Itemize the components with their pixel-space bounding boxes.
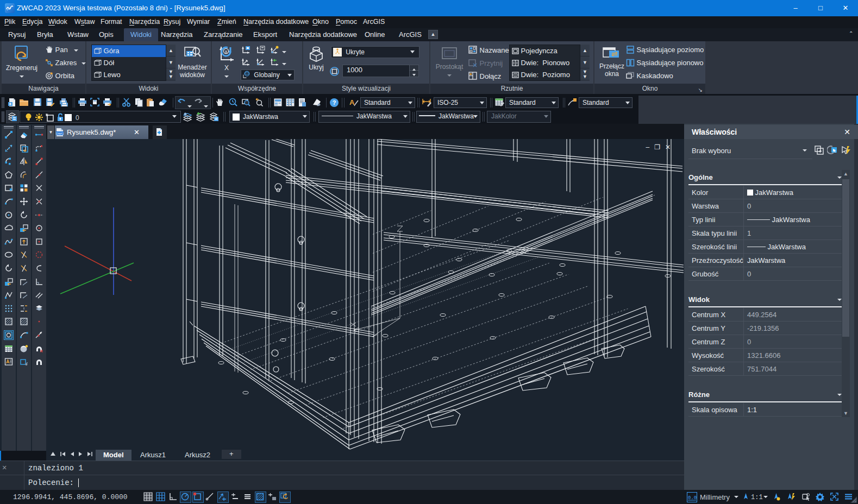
svg-text:A: A [349, 98, 355, 106]
svg-text:x: x [225, 49, 228, 54]
svg-text:?: ? [333, 99, 336, 106]
svg-text:DWG: DWG [56, 132, 64, 135]
